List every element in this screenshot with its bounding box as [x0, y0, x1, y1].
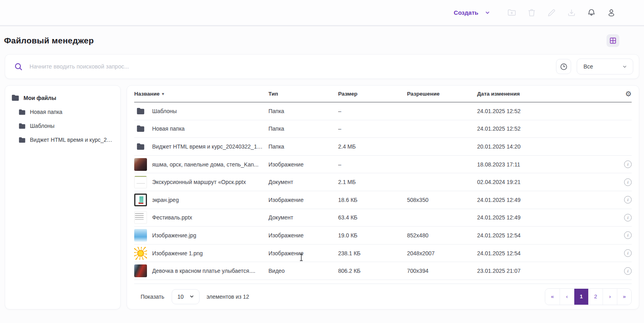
file-size: –	[338, 125, 407, 132]
trash-icon[interactable]	[526, 7, 537, 18]
create-button-label: Создать	[454, 9, 478, 16]
grid-icon	[609, 37, 617, 45]
table-row[interactable]: экран.jpeg Изображение 18.6 КБ 508x350 2…	[134, 191, 632, 209]
sidebar-item-new-folder[interactable]: Новая папка	[19, 109, 114, 115]
pagination-page-2-button[interactable]: 2	[588, 289, 603, 305]
row-icon	[134, 105, 147, 117]
file-name[interactable]: Экскурсионный маршрут «Орск.pptx	[152, 179, 250, 185]
file-name-cell[interactable]: яшма, орск, панельне дома, степь_Kan...	[134, 158, 268, 171]
sidebar-item-templates[interactable]: Шаблоны	[19, 123, 114, 129]
pagination-last-button[interactable]: »	[617, 289, 631, 305]
info-icon[interactable]: i	[624, 214, 632, 221]
column-header-size[interactable]: Размер	[338, 91, 407, 97]
row-icon	[134, 264, 147, 277]
download-icon[interactable]	[566, 7, 577, 18]
file-date: 18.08.2023 17:11	[477, 161, 615, 168]
file-date: 24.01.2025 12:49	[477, 197, 615, 203]
column-header-resolution[interactable]: Разрешение	[407, 91, 477, 97]
folder-icon	[12, 94, 19, 101]
pagination-next-button[interactable]: ›	[603, 289, 617, 305]
file-date: 24.01.2025 12:54	[477, 232, 615, 239]
topbar: Создать	[0, 0, 644, 26]
file-name-cell[interactable]: Фестиваль.pptx	[134, 211, 268, 224]
file-name-cell[interactable]: Изображение 1.png	[134, 247, 268, 260]
file-type: Изображение	[268, 250, 338, 256]
sidebar-item-widget[interactable]: Виджет HTML время и курс_20240...	[19, 137, 114, 143]
table-header: Название ▾ Тип Размер Разрешение Дата из…	[134, 86, 632, 102]
grid-view-toggle-button[interactable]	[607, 34, 619, 47]
table-row[interactable]: Девочка в красном платье улыбается.... В…	[134, 262, 632, 280]
history-clock-button[interactable]	[556, 59, 571, 74]
file-name-cell[interactable]: Изображение.jpg	[134, 229, 268, 242]
file-name-cell[interactable]: Девочка в красном платье улыбается....	[134, 264, 268, 277]
info-icon[interactable]: i	[624, 249, 632, 257]
table-row[interactable]: яшма, орск, панельне дома, степь_Kan... …	[134, 156, 632, 174]
file-name-cell[interactable]: Шаблоны	[134, 105, 268, 117]
column-label: Тип	[268, 91, 278, 97]
filter-select-value: Все	[583, 63, 593, 70]
row-icon	[134, 229, 147, 242]
table-row[interactable]: Шаблоны Папка – 24.01.2025 12:52 i	[134, 102, 632, 120]
sidebar-item-label: Мои файлы	[23, 95, 56, 101]
table-body: Шаблоны Папка – 24.01.2025 12:52 i Новая…	[134, 102, 632, 284]
table-row[interactable]: Фестиваль.pptx Документ 63.4 КБ 24.01.20…	[134, 209, 632, 227]
file-type-filter-select[interactable]: Все	[577, 59, 633, 74]
info-icon[interactable]: i	[624, 267, 632, 275]
file-name[interactable]: Фестиваль.pptx	[152, 214, 196, 221]
file-name-cell[interactable]: Экскурсионный маршрут «Орск.pptx	[134, 176, 268, 188]
pencil-icon[interactable]	[546, 7, 557, 18]
user-icon[interactable]	[606, 7, 617, 18]
info-icon[interactable]: i	[624, 196, 632, 204]
file-date: 02.04.2024 19:21	[477, 179, 615, 185]
pagination-page-1-button[interactable]: 1	[574, 289, 588, 305]
table-row[interactable]: Изображение.jpg Изображение 19.0 КБ 852x…	[134, 227, 632, 245]
file-type: Видео	[268, 268, 338, 274]
column-header-name[interactable]: Название ▾	[134, 91, 268, 97]
pagination-first-button[interactable]: «	[545, 289, 560, 305]
file-name[interactable]: Изображение.jpg	[152, 232, 200, 239]
file-size: 19.0 КБ	[338, 232, 407, 239]
column-header-date[interactable]: Дата изменения	[477, 91, 615, 97]
chevron-down-icon	[622, 64, 627, 69]
file-name-cell[interactable]: Виджет HTML время и курс_20240322_160...	[134, 140, 268, 153]
info-icon[interactable]: i	[624, 231, 632, 239]
table-settings-gear-icon[interactable]: ⚙	[625, 90, 632, 98]
file-name[interactable]: экран.jpeg	[152, 197, 183, 203]
file-date: 23.01.2025 21:07	[477, 268, 615, 274]
page-size-select[interactable]: 10	[172, 289, 200, 304]
sidebar-item-label: Виджет HTML время и курс_20240...	[30, 137, 114, 143]
file-name[interactable]: Новая папка	[152, 125, 189, 132]
sidebar-item-my-files[interactable]: Мои файлы	[12, 94, 114, 101]
file-resolution: 852x480	[407, 232, 477, 239]
row-icon	[134, 158, 147, 171]
table-row[interactable]: Изображение 1.png Изображение 238.1 КБ 2…	[134, 245, 632, 262]
show-label: Показать	[141, 294, 164, 300]
file-date: 24.01.2025 12:52	[477, 108, 615, 114]
file-name-cell[interactable]: Новая папка	[134, 122, 268, 135]
folder-upload-icon[interactable]	[506, 7, 517, 18]
bell-icon[interactable]	[586, 7, 597, 18]
column-header-type[interactable]: Тип	[268, 91, 338, 97]
table-row[interactable]: Новая папка Папка – 24.01.2025 12:52 i	[134, 120, 632, 138]
create-button[interactable]: Создать	[454, 9, 490, 16]
info-icon[interactable]: i	[624, 161, 632, 168]
file-name[interactable]: яшма, орск, панельне дома, степь_Kan...	[152, 161, 262, 168]
file-name[interactable]: Изображение 1.png	[152, 250, 207, 256]
info-icon[interactable]: i	[624, 178, 632, 186]
file-size: –	[338, 108, 407, 114]
file-size: 18.6 КБ	[338, 197, 407, 203]
search-input[interactable]	[29, 63, 556, 70]
table-row[interactable]: Виджет HTML время и курс_20240322_160...…	[134, 138, 632, 156]
file-name-cell[interactable]: экран.jpeg	[134, 194, 268, 206]
file-size: 63.4 КБ	[338, 214, 407, 221]
chevron-down-icon	[189, 294, 194, 299]
file-name[interactable]: Девочка в красном платье улыбается....	[152, 268, 259, 274]
table-row[interactable]: Экскурсионный маршрут «Орск.pptx Докумен…	[134, 173, 632, 191]
row-icon	[134, 247, 147, 260]
file-name[interactable]: Виджет HTML время и курс_20240322_160...	[152, 143, 268, 150]
sort-caret-icon: ▾	[162, 92, 164, 96]
pagination-prev-button[interactable]: ‹	[560, 289, 574, 305]
file-date: 24.01.2025 12:52	[477, 125, 615, 132]
row-icon	[134, 176, 147, 188]
file-name[interactable]: Шаблоны	[152, 108, 181, 114]
